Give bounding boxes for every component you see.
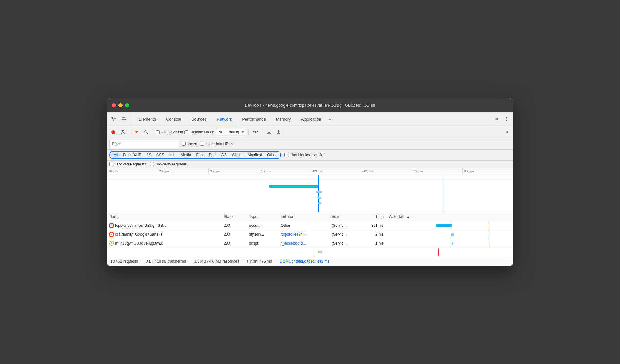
- close-button[interactable]: [112, 103, 116, 107]
- device-toolbar-icon[interactable]: [119, 115, 128, 124]
- table-header: Name Status Type Initiator Size Time Wat…: [107, 212, 513, 221]
- main-tabs: Elements Console Sources Network Perform…: [134, 112, 492, 126]
- type-btn-all[interactable]: All: [111, 152, 120, 158]
- type-btn-manifest[interactable]: Manifest: [245, 152, 265, 158]
- type-btn-img[interactable]: Img: [167, 152, 178, 158]
- extra-filter-row: Blocked Requests 3rd-party requests: [107, 161, 513, 168]
- row3-initiator[interactable]: /_/mss/boq-d...: [278, 241, 329, 246]
- devtools-window: DevTools - news.google.com/topstories?hl…: [107, 98, 513, 266]
- row2-type: stylesh...: [246, 232, 278, 237]
- row2-wf-blue-line: [451, 231, 451, 238]
- network-conditions-icon[interactable]: [251, 128, 259, 136]
- row2-wf-bar: [451, 233, 454, 236]
- table-row[interactable]: ⚙ m=n73qwf,UUJqVe,MpJwZc 200 script /_/m…: [107, 239, 513, 248]
- third-party-group[interactable]: 3rd-party requests: [150, 162, 187, 166]
- timeline-ruler: 100 ms 200 ms 300 ms 400 ms 500 ms 600 m…: [107, 168, 513, 175]
- status-sep-2: [190, 259, 190, 264]
- invert-checkbox[interactable]: [182, 142, 186, 146]
- settings-icon[interactable]: [492, 115, 501, 124]
- row1-wf-bar: [436, 224, 452, 227]
- disable-cache-group[interactable]: Disable cache: [184, 130, 214, 134]
- blocked-requests-checkbox[interactable]: [109, 162, 113, 166]
- status-resources: 3.3 MB / 4.0 MB resources: [194, 259, 239, 264]
- row2-initiator[interactable]: /topstories?hl...: [278, 232, 329, 237]
- hide-data-urls-checkbox[interactable]: [200, 142, 204, 146]
- type-btn-css[interactable]: CSS: [154, 152, 167, 158]
- row1-waterfall-bar: [389, 223, 511, 228]
- third-party-checkbox[interactable]: [150, 162, 154, 166]
- status-finish: Finish: 775 ms: [247, 259, 272, 264]
- minimize-button[interactable]: [118, 103, 123, 107]
- row1-waterfall: [386, 223, 513, 228]
- invert-group[interactable]: Invert: [182, 142, 197, 146]
- status-dom-content-loaded[interactable]: DOMContentLoaded: 433 ms: [280, 259, 329, 264]
- tab-application[interactable]: Application: [296, 113, 327, 126]
- type-btn-doc[interactable]: Doc: [206, 152, 218, 158]
- row2-waterfall-bar: [389, 232, 511, 237]
- row1-type: docum...: [246, 223, 278, 228]
- maximize-button[interactable]: [125, 103, 129, 107]
- disable-cache-checkbox[interactable]: [184, 130, 188, 134]
- timeline-area: 100 ms 200 ms 300 ms 400 ms 500 ms 600 m…: [107, 168, 513, 212]
- js-icon: ⚙: [109, 241, 114, 246]
- clear-button[interactable]: [119, 128, 127, 136]
- preserve-log-label: Preserve log: [162, 130, 183, 134]
- type-btn-ws[interactable]: WS: [218, 152, 229, 158]
- filter-input[interactable]: [109, 140, 179, 148]
- record-button[interactable]: [109, 128, 118, 136]
- type-btn-other[interactable]: Other: [265, 152, 279, 158]
- titlebar: DevTools - news.google.com/topstories?hl…: [107, 98, 513, 112]
- preserve-log-checkbox[interactable]: [156, 130, 160, 134]
- throttle-select[interactable]: No throttling: [216, 129, 246, 135]
- search-icon[interactable]: [142, 128, 150, 136]
- svg-point-5: [111, 130, 115, 134]
- network-settings-icon[interactable]: [502, 128, 511, 136]
- tab-console[interactable]: Console: [161, 113, 186, 126]
- tick-700ms: 700 ms: [412, 168, 462, 175]
- export-har-icon[interactable]: [274, 128, 283, 136]
- row1-initiator: Other: [278, 223, 329, 228]
- more-options-icon[interactable]: [502, 115, 511, 124]
- filter-icon[interactable]: [132, 128, 141, 136]
- row2-name: ✎ css?family=Google+Sans+T...: [107, 232, 221, 237]
- inspect-element-icon[interactable]: [109, 115, 118, 124]
- tab-sources[interactable]: Sources: [186, 113, 212, 126]
- has-blocked-cookies-label: Has blocked cookies: [290, 153, 325, 157]
- toolbar-separator-3: [248, 129, 249, 135]
- tabbar: Elements Console Sources Network Perform…: [107, 112, 513, 126]
- tab-memory[interactable]: Memory: [271, 113, 296, 126]
- third-party-label: 3rd-party requests: [156, 162, 187, 166]
- type-btn-font[interactable]: Font: [193, 152, 206, 158]
- tick-500ms: 500 ms: [310, 168, 361, 175]
- hide-data-urls-label: Hide data URLs: [206, 142, 233, 146]
- type-btn-media[interactable]: Media: [178, 152, 194, 158]
- col-header-time: Time: [361, 214, 386, 219]
- tab-network[interactable]: Network: [212, 113, 237, 126]
- hide-data-urls-group[interactable]: Hide data URLs: [200, 142, 233, 146]
- svg-line-9: [147, 133, 148, 134]
- row3-wf-blue-line: [451, 240, 451, 247]
- type-btn-fetch-xhr[interactable]: Fetch/XHR: [120, 152, 144, 158]
- row1-size: (Servic...: [329, 223, 361, 228]
- type-btn-js[interactable]: JS: [144, 152, 154, 158]
- svg-rect-1: [125, 118, 126, 120]
- type-btn-wasm[interactable]: Wasm: [229, 152, 245, 158]
- import-har-icon[interactable]: [265, 128, 273, 136]
- blocked-requests-group[interactable]: Blocked Requests: [109, 162, 146, 166]
- preserve-log-group[interactable]: Preserve log: [156, 130, 183, 134]
- row3-time: 1 ms: [361, 241, 386, 246]
- toolbar-separator-2: [153, 129, 153, 135]
- tick-300ms: 300 ms: [208, 168, 259, 175]
- table-row[interactable]: ≡ topstories?hl=en-GB&gl=GB... 200 docum…: [107, 221, 513, 230]
- row1-wf-red-line: [489, 222, 489, 229]
- table-row[interactable]: ✎ css?family=Google+Sans+T... 200 styles…: [107, 230, 513, 239]
- has-blocked-cookies-checkbox[interactable]: [284, 153, 288, 157]
- status-sep-1: [142, 259, 142, 264]
- tab-elements[interactable]: Elements: [134, 113, 161, 126]
- tab-performance[interactable]: Performance: [237, 113, 271, 126]
- tabs-overflow-button[interactable]: »: [326, 117, 334, 122]
- row1-wf-blue-line: [451, 222, 451, 229]
- has-blocked-cookies-group[interactable]: Has blocked cookies: [284, 153, 325, 157]
- tick-800ms: 800 ms: [462, 168, 513, 175]
- timeline-bar-3: [317, 197, 321, 199]
